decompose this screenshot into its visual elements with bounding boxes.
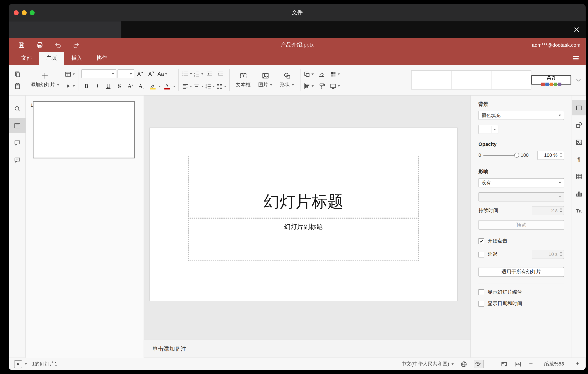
numbering-button[interactable]: 123: [193, 69, 203, 78]
bold-button[interactable]: B: [81, 81, 91, 91]
vertical-align-button[interactable]: [193, 81, 203, 91]
effect-type-select[interactable]: [479, 192, 564, 201]
background-color-button[interactable]: [479, 125, 498, 134]
close-modal-button[interactable]: [572, 25, 581, 34]
close-window-button[interactable]: [14, 10, 19, 15]
bullets-button[interactable]: [182, 69, 192, 78]
increase-font-button[interactable]: A: [135, 69, 145, 78]
show-date-checkbox[interactable]: [479, 301, 484, 307]
undo-button[interactable]: [54, 41, 62, 49]
fit-to-slide-button[interactable]: [500, 360, 508, 367]
subscript-button[interactable]: A₂: [136, 81, 146, 91]
fit-to-width-button[interactable]: [514, 360, 521, 367]
color-scheme-button[interactable]: [330, 69, 340, 79]
italic-button[interactable]: I: [93, 81, 102, 91]
chat-panel-button[interactable]: [9, 152, 26, 167]
spinner-arrows-icon[interactable]: [560, 252, 562, 256]
increase-indent-button[interactable]: [216, 69, 225, 78]
insert-textbox-button[interactable]: 文本框: [233, 68, 254, 92]
start-slideshow-button[interactable]: [64, 81, 75, 91]
delay-input[interactable]: 10 s: [532, 250, 564, 259]
delay-checkbox[interactable]: [479, 252, 484, 257]
redo-button[interactable]: [72, 41, 80, 49]
slides-panel-button[interactable]: [9, 118, 26, 133]
change-layout-button[interactable]: [64, 69, 75, 79]
strikeout-button[interactable]: S: [114, 81, 124, 91]
slide-size-button[interactable]: [330, 81, 340, 91]
insert-columns-button[interactable]: [216, 81, 226, 91]
tab-insert[interactable]: 插入: [64, 52, 89, 65]
shape-settings-button[interactable]: [572, 117, 586, 132]
divider: [479, 283, 564, 283]
slide-canvas[interactable]: 幻灯片标题 幻灯片副标题: [150, 128, 457, 301]
decrease-indent-button[interactable]: [205, 69, 214, 78]
opacity-value-input[interactable]: 100 %: [537, 151, 564, 160]
change-case-button[interactable]: Aa: [158, 69, 167, 78]
copy-button[interactable]: [12, 69, 22, 79]
start-on-click-checkbox[interactable]: [479, 238, 484, 244]
opacity-slider[interactable]: [483, 153, 518, 158]
notes-area[interactable]: 单击添加备注: [143, 340, 471, 358]
tab-file[interactable]: 文件: [14, 52, 39, 65]
theme-slide[interactable]: [411, 70, 451, 89]
chart-settings-button[interactable]: [572, 186, 586, 201]
spinner-arrows-icon[interactable]: [560, 153, 562, 157]
slide-settings-button[interactable]: [572, 100, 586, 115]
search-panel-button[interactable]: [9, 101, 26, 116]
zoom-in-button[interactable]: +: [574, 360, 580, 368]
chevron-down-icon[interactable]: [25, 363, 27, 365]
clear-style-button[interactable]: [317, 69, 327, 79]
font-size-combo[interactable]: [117, 69, 134, 78]
highlight-color-bar: [150, 88, 156, 89]
paste-button[interactable]: [12, 81, 22, 91]
highlight-color-button[interactable]: [148, 81, 161, 91]
insert-image-button[interactable]: 图片: [255, 68, 275, 92]
subtitle-placeholder[interactable]: 幻灯片副标题: [188, 218, 419, 261]
spellcheck-button[interactable]: ABC: [474, 360, 484, 368]
minimize-window-button[interactable]: [22, 10, 27, 15]
font-color-button[interactable]: A: [162, 81, 175, 91]
slide-canvas-area[interactable]: 幻灯片标题 幻灯片副标题: [143, 96, 471, 340]
duration-input[interactable]: 2 s: [532, 206, 564, 215]
line-spacing-button[interactable]: [205, 81, 215, 91]
theme-slide[interactable]: [451, 70, 491, 89]
font-name-combo[interactable]: [81, 69, 116, 78]
tab-collaboration[interactable]: 协作: [89, 52, 114, 65]
superscript-button[interactable]: A²: [126, 81, 135, 91]
title-placeholder[interactable]: 幻灯片标题: [188, 156, 419, 217]
play-icon: [64, 83, 72, 89]
tab-home[interactable]: 主页: [39, 52, 64, 65]
theme-slide-selected[interactable]: Aa: [531, 75, 571, 85]
menu-button[interactable]: [572, 54, 580, 62]
show-slide-number-checkbox[interactable]: [479, 289, 484, 295]
preview-effect-button[interactable]: 预览: [479, 220, 564, 230]
align-shape-button[interactable]: [304, 81, 314, 91]
start-slideshow-status-button[interactable]: [14, 360, 22, 368]
image-settings-button[interactable]: [572, 134, 586, 150]
save-button[interactable]: [17, 41, 25, 49]
insert-shape-button[interactable]: 形状: [277, 68, 297, 92]
horizontal-align-button[interactable]: [182, 81, 192, 91]
slider-knob[interactable]: [514, 153, 519, 158]
decrease-font-button[interactable]: A: [146, 69, 156, 78]
spinner-arrows-icon[interactable]: [560, 208, 562, 212]
set-language-button[interactable]: [460, 360, 467, 367]
zoom-out-button[interactable]: −: [528, 360, 534, 368]
add-slide-button[interactable]: 添加幻灯片: [28, 68, 63, 92]
comments-panel-button[interactable]: [9, 135, 26, 150]
apply-to-all-slides-button[interactable]: 适用于所有幻灯片: [479, 267, 564, 277]
language-button[interactable]: 中文(中华人民共和国): [401, 361, 454, 367]
print-button[interactable]: [36, 41, 43, 49]
textart-settings-button[interactable]: Ta: [572, 203, 586, 218]
copy-style-button[interactable]: [317, 81, 327, 91]
theme-slide[interactable]: [491, 70, 531, 89]
arrange-shape-button[interactable]: [304, 69, 314, 79]
effect-select[interactable]: 没有: [479, 178, 564, 187]
background-fill-select[interactable]: 颜色填充: [479, 111, 564, 120]
slide-thumbnail-1[interactable]: [33, 101, 135, 158]
table-settings-button[interactable]: [572, 169, 586, 184]
zoom-window-button[interactable]: [30, 10, 35, 15]
theme-gallery-expand-button[interactable]: [574, 70, 583, 89]
paragraph-settings-button[interactable]: ¶: [572, 152, 586, 167]
underline-button[interactable]: U: [104, 81, 113, 91]
